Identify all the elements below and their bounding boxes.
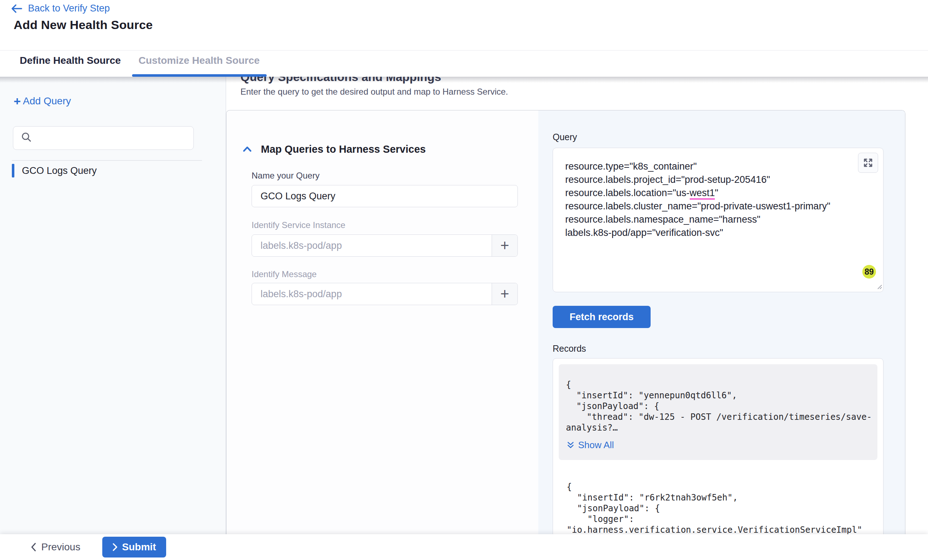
records-label: Records <box>553 344 586 354</box>
query-item-label: GCO Logs Query <box>22 165 97 177</box>
back-to-verify-step-link[interactable]: Back to Verify Step <box>11 3 110 14</box>
message-add-button[interactable]: + <box>491 283 517 305</box>
record-item-1: { "insertId": "yennepun0qtd6ll6", "jsonP… <box>559 364 878 460</box>
add-query-button[interactable]: + Add Query <box>14 95 71 107</box>
chevron-left-icon <box>31 542 36 552</box>
map-queries-title: Map Queries to Harness Services <box>261 143 426 155</box>
query-sidebar: + Add Query GCO Logs Query <box>0 77 226 534</box>
service-instance-field: + <box>252 234 518 257</box>
content-area: + Add Query GCO Logs Query Query Specifi… <box>0 77 928 534</box>
sidebar-item-gco-logs-query[interactable]: GCO Logs Query <box>12 163 97 178</box>
query-name-input[interactable] <box>252 186 517 207</box>
add-query-label: Add Query <box>23 95 71 107</box>
chevron-right-icon <box>112 543 118 551</box>
message-field: + <box>252 283 518 305</box>
query-label: Query <box>553 132 577 142</box>
query-name-field <box>252 185 518 207</box>
section-subheading: Enter the query to get the desired outpu… <box>240 87 508 97</box>
tab-customize-health-source[interactable]: Customize Health Source <box>139 55 260 66</box>
footer-bar: Previous Submit <box>0 534 928 560</box>
main-column: Query Specifications and Mappings Enter … <box>226 77 928 534</box>
fetch-records-button[interactable]: Fetch records <box>553 306 650 328</box>
page-header: Back to Verify Step Add New Health Sourc… <box>0 0 928 50</box>
query-search-input[interactable] <box>38 132 188 144</box>
query-mapping-panel: Map Queries to Harness Services Name you… <box>226 110 905 534</box>
back-arrow-icon <box>11 4 22 14</box>
name-your-query-label: Name your Query <box>252 170 319 181</box>
message-input[interactable] <box>252 283 491 305</box>
chevron-up-icon[interactable] <box>241 144 253 155</box>
submit-label: Submit <box>122 541 156 553</box>
page-title: Add New Health Source <box>14 18 153 32</box>
submit-button[interactable]: Submit <box>102 537 166 557</box>
identify-service-instance-label: Identify Service Instance <box>252 220 345 230</box>
plus-icon: + <box>14 96 21 106</box>
active-tab-indicator <box>132 74 267 77</box>
record-item-2: { "insertId": "r6rk2tnah3owf5eh", "jsonP… <box>567 481 878 534</box>
show-all-label: Show All <box>578 440 614 450</box>
expand-icon <box>863 157 873 168</box>
service-instance-input[interactable] <box>252 235 491 256</box>
sidebar-divider <box>12 160 202 161</box>
back-link-label: Back to Verify Step <box>28 3 110 14</box>
query-search-box[interactable] <box>13 126 194 150</box>
query-text: resource.type="k8s_container"resource.la… <box>553 148 883 239</box>
show-all-link[interactable]: Show All <box>567 440 872 450</box>
service-instance-add-button[interactable]: + <box>491 235 517 256</box>
previous-button[interactable]: Previous <box>31 541 80 553</box>
records-container: { "insertId": "yennepun0qtd6ll6", "jsonP… <box>553 358 884 534</box>
selected-indicator-bar <box>12 164 14 178</box>
tab-define-health-source[interactable]: Define Health Source <box>20 55 121 66</box>
resize-handle[interactable] <box>876 283 882 291</box>
record-1-json: { "insertId": "yennepun0qtd6ll6", "jsonP… <box>566 379 872 433</box>
query-editor[interactable]: resource.type="k8s_container"resource.la… <box>553 148 884 292</box>
double-chevron-down-icon <box>567 441 574 450</box>
search-icon <box>20 131 33 145</box>
section-heading: Query Specifications and Mappings <box>240 77 441 84</box>
identify-message-label: Identify Message <box>252 269 316 279</box>
previous-label: Previous <box>41 541 80 553</box>
character-count-badge: 89 <box>862 265 876 278</box>
tab-bar: Define Health Source Customize Health So… <box>0 50 928 77</box>
expand-query-button[interactable] <box>858 153 878 173</box>
